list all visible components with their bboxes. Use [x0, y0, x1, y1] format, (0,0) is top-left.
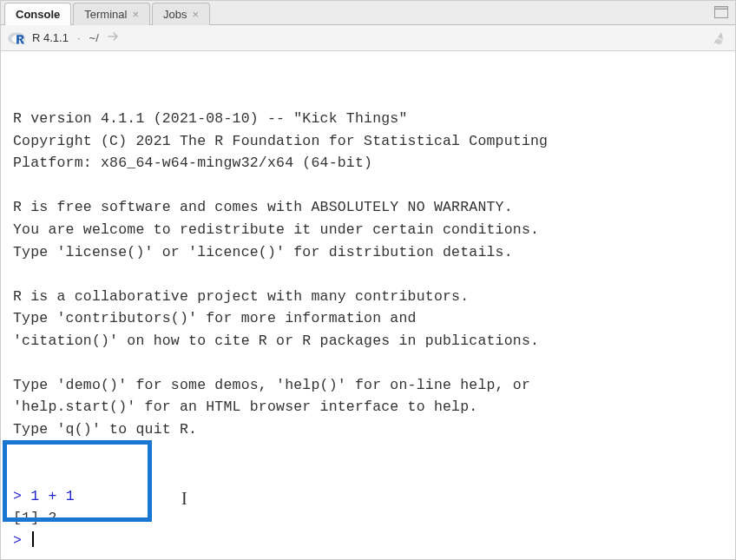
startup-line: 'citation()' on how to cite R or R packa…	[13, 333, 539, 349]
startup-line: Platform: x86_64-w64-mingw32/x64 (64-bit…	[13, 155, 372, 171]
tab-console[interactable]: Console	[4, 3, 71, 25]
console-infobar: R 4.1.1 · ~/	[1, 25, 735, 51]
text-cursor-icon: I	[181, 485, 187, 512]
startup-line: You are welcome to redistribute it under…	[13, 221, 539, 238]
startup-line: Type 'demo()' for some demos, 'help()' f…	[13, 377, 530, 393]
r-console[interactable]: R version 4.1.1 (2021-08-10) -- "Kick Th…	[1, 51, 735, 559]
startup-line: 'help.start()' for an HTML browser inter…	[13, 399, 477, 415]
working-directory[interactable]: ~/	[89, 31, 99, 44]
tab-terminal-label: Terminal	[84, 8, 127, 21]
r-version-label: R 4.1.1	[32, 31, 69, 44]
console-prompt: >	[13, 488, 22, 504]
startup-message: R version 4.1.1 (2021-08-10) -- "Kick Th…	[13, 86, 730, 441]
startup-line: Type 'contributors()' for more informati…	[13, 310, 417, 326]
console-line: > 1 + 1 [1] 2 >	[13, 488, 75, 549]
clear-console-icon[interactable]	[711, 31, 726, 48]
console-output: [1] 2	[13, 510, 57, 526]
maximize-pane-icon[interactable]	[714, 6, 728, 21]
pane-tabbar: Console Terminal × Jobs ×	[1, 1, 735, 25]
r-logo-icon	[8, 30, 27, 46]
svg-rect-1	[715, 7, 728, 10]
startup-line: Type 'q()' to quit R.	[13, 421, 197, 438]
startup-line: R version 4.1.1 (2021-08-10) -- "Kick Th…	[13, 110, 408, 127]
startup-line: Type 'license()' or 'licence()' for dist…	[13, 244, 513, 260]
close-icon[interactable]: ×	[132, 9, 139, 20]
separator-dot: ·	[77, 31, 81, 44]
console-input-history: 1 + 1	[30, 488, 75, 504]
tab-jobs[interactable]: Jobs ×	[152, 3, 210, 25]
tab-jobs-label: Jobs	[163, 8, 187, 21]
tab-console-label: Console	[16, 8, 60, 21]
startup-line: Copyright (C) 2021 The R Foundation for …	[13, 133, 548, 149]
tab-terminal[interactable]: Terminal ×	[73, 3, 150, 25]
close-icon[interactable]: ×	[192, 9, 199, 20]
text-caret	[32, 531, 34, 547]
console-prompt: >	[13, 532, 22, 549]
startup-line: R is free software and comes with ABSOLU…	[13, 199, 513, 215]
go-to-directory-icon[interactable]	[108, 31, 120, 44]
svg-line-6	[720, 41, 720, 44]
startup-line: R is a collaborative project with many c…	[13, 288, 469, 305]
